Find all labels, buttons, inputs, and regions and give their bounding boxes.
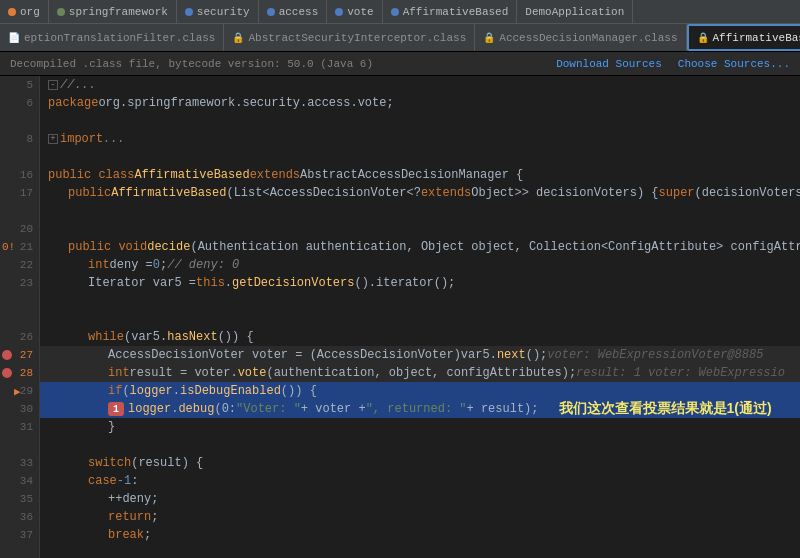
code-line-7 xyxy=(40,112,800,130)
lock-icon-3: 🔒 xyxy=(697,32,709,44)
line-22: 22 xyxy=(0,256,39,274)
tab-vote[interactable]: vote xyxy=(327,0,382,23)
tab-org[interactable]: org xyxy=(0,0,49,23)
lock-icon-1: 🔒 xyxy=(232,32,244,44)
code-line-27: AccessDecisionVoter voter = (AccessDecis… xyxy=(40,346,800,364)
code-content[interactable]: - //... package org.springframework.secu… xyxy=(40,76,800,558)
exec-arrow: ▶ xyxy=(14,385,21,398)
lock-icon-2: 🔒 xyxy=(483,32,495,44)
choose-sources-link[interactable]: Choose Sources... xyxy=(678,58,790,70)
line-27: 27 xyxy=(0,346,39,364)
fold-icon-5[interactable]: - xyxy=(48,80,58,90)
info-bar-actions: Download Sources Choose Sources... xyxy=(556,58,790,70)
code-line-23: Iterator var5 = this . getDecisionVoters… xyxy=(40,274,800,292)
tab-demoapplication-label: DemoApplication xyxy=(525,6,624,18)
file-tab-interceptor-label: AbstractSecurityInterceptor.class xyxy=(248,32,466,44)
file-tab-filter[interactable]: 📄 eptionTranslationFilter.class xyxy=(0,24,224,51)
code-line-30: 1 logger . debug ( 0 : "Voter: " + voter… xyxy=(40,400,800,418)
code-line-16: public class AffirmativeBased extends Ab… xyxy=(40,166,800,184)
decompiled-info: Decompiled .class file, bytecode version… xyxy=(10,58,373,70)
file-tab-interceptor[interactable]: 🔒 AbstractSecurityInterceptor.class xyxy=(224,24,475,51)
tab-springframework-label: springframework xyxy=(69,6,168,18)
code-line-33: switch (result) { xyxy=(40,454,800,472)
code-line-25 xyxy=(40,310,800,328)
line-5: 5 xyxy=(0,76,39,94)
breakpoint-dot-27 xyxy=(2,350,12,360)
file-tab-manager[interactable]: 🔒 AccessDecisionManager.class xyxy=(475,24,686,51)
tab-affirmativebased-label: AffirmativeBased xyxy=(403,6,509,18)
tab-affirmativebased[interactable]: AffirmativeBased xyxy=(383,0,518,23)
file-icon: 📄 xyxy=(8,32,20,44)
code-line-26: while (var5. hasNext ()) { xyxy=(40,328,800,346)
line-23: 23 xyxy=(0,274,39,292)
chinese-note: 我们这次查看投票结果就是1(通过) xyxy=(559,400,772,418)
line-36: 36 xyxy=(0,508,39,526)
line-26: 26 xyxy=(0,328,39,346)
file-tab-filter-label: eptionTranslationFilter.class xyxy=(24,32,215,44)
tab-security[interactable]: security xyxy=(177,0,259,23)
code-line-38 xyxy=(40,544,800,558)
file-tab-bar: 📄 eptionTranslationFilter.class 🔒 Abstra… xyxy=(0,24,800,52)
code-line-34: case -1 : xyxy=(40,472,800,490)
line-34: 34 xyxy=(0,472,39,490)
line-18 xyxy=(0,202,39,220)
line-31: 31 xyxy=(0,418,39,436)
tab-access-label: access xyxy=(279,6,319,18)
code-line-17: public AffirmativeBased (List<AccessDeci… xyxy=(40,184,800,202)
code-line-35: ++deny; xyxy=(40,490,800,508)
line-7 xyxy=(0,112,39,130)
line-33: 33 xyxy=(0,454,39,472)
code-line-20 xyxy=(40,220,800,238)
code-line-36: return ; xyxy=(40,508,800,526)
line-number-gutter: 5 6 8 16 17 20 0! 21 22 23 26 27 28 ▶29 … xyxy=(0,76,40,558)
line-6: 6 xyxy=(0,94,39,112)
debug-arg: 0 xyxy=(222,402,229,416)
code-line-32 xyxy=(40,436,800,454)
breakpoint-badge-1: 1 xyxy=(108,402,124,416)
line-20: 20 xyxy=(0,220,39,238)
code-line-18 xyxy=(40,202,800,220)
code-line-22: int deny = 0 ; // deny: 0 xyxy=(40,256,800,274)
code-line-9 xyxy=(40,148,800,166)
tab-org-label: org xyxy=(20,6,40,18)
download-sources-link[interactable]: Download Sources xyxy=(556,58,662,70)
comment-line: //... xyxy=(60,78,96,92)
code-line-31: } xyxy=(40,418,800,436)
line-37: 37 xyxy=(0,526,39,544)
line-24 xyxy=(0,292,39,310)
line-8: 8 xyxy=(0,130,39,148)
line-16: 16 xyxy=(0,166,39,184)
project-tab-bar: org springframework security access vote… xyxy=(0,0,800,24)
info-bar: Decompiled .class file, bytecode version… xyxy=(0,52,800,76)
tab-demoapplication[interactable]: DemoApplication xyxy=(517,0,633,23)
line-32 xyxy=(0,436,39,454)
tab-vote-label: vote xyxy=(347,6,373,18)
line-35: 35 xyxy=(0,490,39,508)
fold-import[interactable]: + xyxy=(48,134,58,144)
line-28: 28 xyxy=(0,364,39,382)
line-25 xyxy=(0,310,39,328)
code-line-24 xyxy=(40,292,800,310)
code-line-6: package org.springframework.security.acc… xyxy=(40,94,800,112)
line-9 xyxy=(0,148,39,166)
code-line-5: - //... xyxy=(40,76,800,94)
file-tab-affirmativebased[interactable]: 🔒 AffirmativeBased.class xyxy=(687,24,800,51)
code-line-21: public void decide (Authentication authe… xyxy=(40,238,800,256)
line-38 xyxy=(0,544,39,558)
tab-springframework[interactable]: springframework xyxy=(49,0,177,23)
line-17: 17 xyxy=(0,184,39,202)
line-29: ▶29 xyxy=(0,382,39,400)
file-tab-manager-label: AccessDecisionManager.class xyxy=(499,32,677,44)
breakpoint-dot-28 xyxy=(2,368,12,378)
code-line-37: break ; xyxy=(40,526,800,544)
file-tab-affirmativebased-label: AffirmativeBased.class xyxy=(713,32,800,44)
code-line-8: + import ... xyxy=(40,130,800,148)
tab-access[interactable]: access xyxy=(259,0,328,23)
code-line-29: if ( logger . isDebugEnabled ()) { xyxy=(40,382,800,400)
code-line-28: int result = voter. vote (authentication… xyxy=(40,364,800,382)
line-30: 30 xyxy=(0,400,39,418)
tab-security-label: security xyxy=(197,6,250,18)
line-21: 0! 21 xyxy=(0,238,39,256)
code-area: 5 6 8 16 17 20 0! 21 22 23 26 27 28 ▶29 … xyxy=(0,76,800,558)
